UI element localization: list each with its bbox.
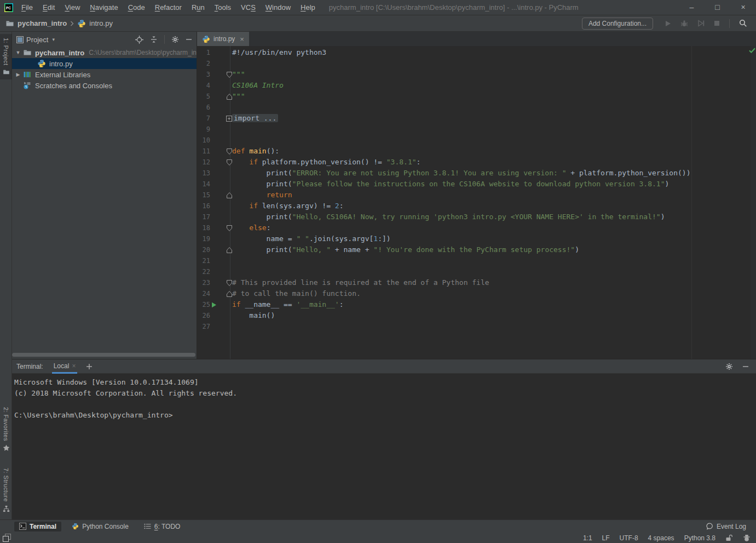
stripe-tab-1-project[interactable]: 1: Project bbox=[0, 34, 12, 79]
code-line[interactable]: 24# to call the main() function. bbox=[197, 288, 756, 299]
fold-marker-icon[interactable] bbox=[218, 116, 229, 122]
code-line[interactable]: 5""" bbox=[197, 91, 756, 102]
svg-text:PC: PC bbox=[6, 5, 11, 9]
hide-terminal-icon[interactable] bbox=[742, 363, 749, 370]
fold-marker-icon[interactable] bbox=[218, 72, 229, 78]
fold-marker-icon[interactable] bbox=[218, 225, 229, 231]
terminal-settings-gear-icon[interactable] bbox=[725, 363, 733, 370]
menu-refactor[interactable]: Refactor bbox=[150, 0, 187, 15]
stripe-tab-7-structure[interactable]: 7: Structure bbox=[0, 464, 12, 516]
menu-code[interactable]: Code bbox=[123, 0, 150, 15]
code-line[interactable]: 13 print("ERROR: You are not using Pytho… bbox=[197, 168, 756, 179]
code-line[interactable]: 3""" bbox=[197, 69, 756, 80]
terminal-tool-icon bbox=[19, 523, 26, 530]
fold-marker-icon[interactable] bbox=[218, 192, 229, 198]
maximize-button[interactable]: □ bbox=[705, 0, 730, 15]
chevron-down-icon[interactable]: ▾ bbox=[52, 37, 55, 42]
tool-button-terminal[interactable]: Terminal bbox=[14, 522, 61, 531]
code-line[interactable]: 17 print("Hello, CS106A! Now, try runnin… bbox=[197, 212, 756, 222]
terminal-tab-local[interactable]: Local × bbox=[52, 359, 78, 374]
menu-file[interactable]: File bbox=[16, 0, 38, 15]
hector-icon[interactable] bbox=[743, 534, 751, 542]
menu-navigate[interactable]: Navigate bbox=[85, 0, 123, 15]
menu-help[interactable]: Help bbox=[296, 0, 320, 15]
fold-marker-icon[interactable] bbox=[218, 159, 229, 165]
toolbar-divider bbox=[729, 19, 730, 28]
status-utf-8[interactable]: UTF-8 bbox=[620, 534, 638, 542]
close-icon[interactable]: × bbox=[72, 362, 76, 370]
fold-marker-icon[interactable] bbox=[218, 291, 229, 297]
code-line[interactable]: 27 bbox=[197, 321, 756, 332]
close-button[interactable]: × bbox=[730, 0, 756, 15]
run-gutter-icon[interactable] bbox=[210, 302, 218, 308]
fold-marker-icon[interactable] bbox=[218, 148, 229, 155]
code-line[interactable]: 23# This provided line is required at th… bbox=[197, 277, 756, 288]
code-text: main() bbox=[229, 310, 275, 321]
fold-marker-icon[interactable] bbox=[218, 94, 229, 100]
status-lf[interactable]: LF bbox=[602, 534, 610, 542]
menu-edit[interactable]: Edit bbox=[38, 0, 60, 15]
code-line[interactable]: 4CS106A Intro bbox=[197, 80, 756, 91]
minimize-button[interactable]: – bbox=[679, 0, 705, 15]
breadcrumb-item-intro-py[interactable]: intro.py bbox=[77, 19, 113, 28]
code-line[interactable]: 2 bbox=[197, 58, 756, 69]
tool-button-python-console[interactable]: Python Console bbox=[67, 522, 134, 531]
collapse-all-icon[interactable] bbox=[150, 36, 158, 43]
code-line[interactable]: 11def main(): bbox=[197, 146, 756, 157]
menu-view[interactable]: View bbox=[60, 0, 85, 15]
code-line[interactable]: 25if __name__ == '__main__': bbox=[197, 299, 756, 310]
code-line[interactable]: 19 name = " ".join(sys.argv[1:]) bbox=[197, 233, 756, 244]
code-line[interactable]: 12 if platform.python_version() != "3.8.… bbox=[197, 157, 756, 168]
menu-tools[interactable]: Tools bbox=[210, 0, 236, 15]
locate-icon[interactable] bbox=[135, 36, 143, 44]
tree-expanded-arrow-icon[interactable]: ▼ bbox=[13, 50, 23, 55]
lock-icon[interactable] bbox=[725, 534, 733, 542]
tree-item-external-libraries[interactable]: ▶External Libraries bbox=[12, 69, 197, 80]
gear-icon[interactable] bbox=[171, 36, 179, 43]
code-area[interactable]: 1#!/usr/bin/env python323"""4CS106A Intr… bbox=[197, 46, 756, 359]
tree-collapsed-arrow-icon[interactable]: ▶ bbox=[13, 72, 23, 77]
code-line[interactable]: 1#!/usr/bin/env python3 bbox=[197, 47, 756, 58]
event-log-button[interactable]: Event Log bbox=[706, 523, 746, 530]
code-line[interactable]: 18 else: bbox=[197, 222, 756, 233]
menu-vcs[interactable]: VCS bbox=[236, 0, 261, 15]
code-line[interactable]: 6 bbox=[197, 102, 756, 113]
code-line[interactable]: 10 bbox=[197, 135, 756, 146]
fold-marker-icon[interactable] bbox=[218, 247, 229, 253]
search-icon[interactable] bbox=[739, 19, 747, 27]
line-number: 1 bbox=[197, 47, 210, 58]
code-line[interactable]: 14 print("Please follow the instructions… bbox=[197, 179, 756, 190]
code-line[interactable]: 20 print("Hello, " + name + "! You're do… bbox=[197, 244, 756, 255]
code-line[interactable]: 7import ... bbox=[197, 113, 756, 124]
stripe-tab-2-favorites[interactable]: 2: Favorites bbox=[0, 403, 12, 455]
tool-button-6-todo[interactable]: 6: TODO bbox=[139, 522, 186, 531]
tool-windows-dock-icon[interactable] bbox=[3, 534, 11, 542]
code-line[interactable]: 21 bbox=[197, 255, 756, 266]
tree-item-pycharm-intro[interactable]: ▼pycharm_introC:\Users\brahm\Desktop\pyc… bbox=[12, 47, 197, 58]
code-line[interactable]: 22 bbox=[197, 266, 756, 277]
code-text: return bbox=[229, 190, 292, 201]
code-text: CS106A Intro bbox=[229, 80, 284, 91]
code-line[interactable]: 16 if len(sys.argv) != 2: bbox=[197, 201, 756, 212]
window-title: pycharm_intro [C:\Users\brahm\Desktop\py… bbox=[329, 3, 579, 12]
hide-panel-icon[interactable] bbox=[186, 36, 192, 43]
status-4-spaces[interactable]: 4 spaces bbox=[648, 534, 674, 542]
add-configuration-button[interactable]: Add Configuration... bbox=[582, 18, 653, 30]
code-line[interactable]: 15 return bbox=[197, 190, 756, 201]
new-session-icon[interactable] bbox=[86, 363, 93, 370]
project-panel-title[interactable]: Project bbox=[26, 36, 48, 44]
code-line[interactable]: 26 main() bbox=[197, 310, 756, 321]
menu-window[interactable]: Window bbox=[261, 0, 296, 15]
tree-item-intro-py[interactable]: intro.py bbox=[12, 58, 197, 69]
tree-item-scratches-and-consoles[interactable]: Scratches and Consoles bbox=[12, 80, 197, 91]
horizontal-scrollbar[interactable] bbox=[12, 353, 195, 357]
breadcrumb-item-pycharm-intro[interactable]: pycharm_intro bbox=[5, 19, 67, 28]
status-python-3-8[interactable]: Python 3.8 bbox=[684, 534, 715, 542]
status-1-1[interactable]: 1:1 bbox=[583, 534, 592, 542]
tab-intro-py[interactable]: intro.py × bbox=[197, 32, 249, 46]
code-line[interactable]: 9 bbox=[197, 124, 756, 135]
fold-marker-icon[interactable] bbox=[218, 280, 229, 286]
menu-run[interactable]: Run bbox=[187, 0, 210, 15]
close-icon[interactable]: × bbox=[240, 35, 244, 43]
terminal-output[interactable]: Microsoft Windows [Version 10.0.17134.10… bbox=[12, 374, 756, 519]
